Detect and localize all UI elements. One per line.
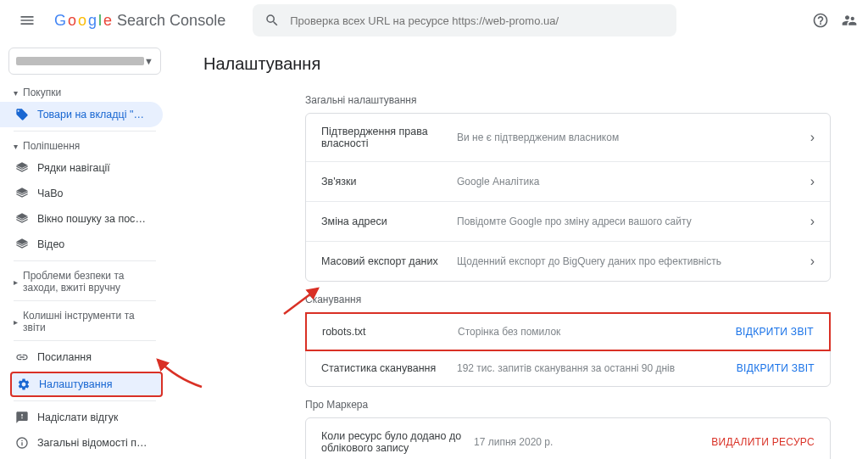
content-column: Загальні налаштування Підтвердження прав…: [305, 94, 831, 459]
section-label-crawling: Сканування: [305, 294, 831, 305]
section-label-marker: Про Маркера: [305, 399, 831, 411]
gear-icon: [17, 378, 31, 391]
row-title: Зміна адреси: [321, 216, 457, 227]
section-security[interactable]: ▸Проблеми безпеки та заходи, вжиті вручн…: [0, 265, 170, 297]
menu-button[interactable]: [10, 3, 44, 37]
row-title: Зв'язки: [321, 176, 457, 188]
logo-suffix: Search Console: [117, 12, 225, 30]
row-title: Підтвердження права власності: [321, 126, 457, 149]
chevron-right-icon: ›: [810, 174, 815, 189]
search-icon: [264, 13, 280, 28]
sidebar-item-label: Рядки навігації: [37, 162, 110, 174]
row-desc: Повідомте Google про зміну адреси вашого…: [457, 216, 810, 227]
section-label-general: Загальні налаштування: [305, 94, 831, 106]
logo: Google Search Console: [54, 12, 225, 30]
sidebar-item-settings[interactable]: Налаштування: [10, 372, 163, 397]
topbar: Google Search Console: [0, 0, 868, 41]
open-report-button[interactable]: ВІДКРИТИ ЗВІТ: [737, 362, 815, 374]
top-actions: [812, 12, 858, 29]
layers-icon: [15, 212, 29, 226]
sidebar-item-label: Налаштування: [39, 378, 112, 390]
search-input[interactable]: [290, 14, 665, 27]
row-associations[interactable]: Зв'язки Google Аналітика ›: [306, 162, 830, 202]
sidebar-item-products[interactable]: Товари на вкладці "Пок...: [0, 102, 163, 127]
chevron-right-icon: ›: [810, 214, 815, 229]
property-selector[interactable]: ▼: [8, 48, 161, 75]
row-ownership[interactable]: Підтвердження права власності Ви не є пі…: [306, 114, 830, 162]
sidebar-item-feedback[interactable]: Надіслати відгук: [0, 405, 163, 430]
section-improvements[interactable]: ▾Поліпшення: [0, 135, 170, 155]
row-title: Статистика сканування: [321, 362, 457, 374]
layers-icon: [15, 161, 29, 175]
caret-icon: ▾: [14, 142, 18, 151]
layers-icon: [15, 238, 29, 251]
sidebar-item-navrows[interactable]: Рядки навігації: [0, 155, 163, 181]
help-icon[interactable]: [812, 12, 829, 29]
row-desc: 17 липня 2020 р.: [474, 436, 711, 448]
divider: [14, 400, 156, 401]
row-desc: 192 тис. запитів сканування за останні 9…: [457, 362, 737, 374]
property-name-redacted: [16, 57, 144, 65]
row-title: Масовий експорт даних: [321, 255, 457, 267]
sidebar-item-label: Посилання: [37, 351, 92, 363]
row-title: Коли ресурс було додано до облікового за…: [321, 430, 474, 454]
chevron-right-icon: ›: [810, 254, 815, 269]
sidebar-item-label: Вікно пошуку за посил...: [37, 213, 149, 225]
search-box[interactable]: [253, 4, 676, 36]
footer-links: Конфіденційність Умови використання: [0, 456, 170, 459]
sidebar-item-faq[interactable]: ЧаВо: [0, 181, 163, 206]
row-address[interactable]: Зміна адреси Повідомте Google про зміну …: [306, 202, 830, 242]
chevron-right-icon: ›: [810, 130, 815, 145]
dropdown-arrow-icon: ▼: [144, 56, 153, 66]
sidebar-item-video[interactable]: Відео: [0, 232, 163, 257]
user-manage-icon[interactable]: [841, 12, 858, 29]
divider: [14, 340, 156, 341]
layers-icon: [15, 187, 29, 200]
divider: [14, 131, 156, 132]
tag-icon: [15, 108, 29, 121]
divider: [14, 300, 156, 301]
sidebar-item-label: Надіслати відгук: [37, 411, 118, 423]
card-crawling: robots.txt Сторінка без помилок ВІДКРИТИ…: [305, 312, 831, 387]
card-general: Підтвердження права власності Ви не є пі…: [305, 113, 831, 282]
link-icon: [15, 350, 29, 364]
sidebar-item-label: Загальні відомості про ...: [37, 437, 149, 449]
section-purchases[interactable]: ▾Покупки: [0, 81, 170, 102]
container: ▼ ▾Покупки Товари на вкладці "Пок... ▾По…: [0, 41, 868, 459]
sidebar-item-about[interactable]: Загальні відомості про ...: [0, 430, 163, 456]
row-desc: Сторінка без помилок: [458, 326, 736, 338]
feedback-icon: [15, 411, 29, 424]
section-oldtools[interactable]: ▸Колишні інструменти та звіти: [0, 305, 170, 337]
row-export[interactable]: Масовий експорт даних Щоденний експорт д…: [306, 242, 830, 281]
sidebar-item-searchwindow[interactable]: Вікно пошуку за посил...: [0, 206, 163, 232]
page-title: Налаштування: [203, 54, 834, 74]
row-desc: Щоденний експорт до BigQuery даних про е…: [457, 255, 810, 267]
row-desc: Google Аналітика: [457, 176, 810, 188]
delete-resource-button[interactable]: ВИДАЛИТИ РЕСУРС: [711, 436, 815, 448]
open-report-button[interactable]: ВІДКРИТИ ЗВІТ: [736, 326, 814, 338]
row-desc: Ви не є підтвердженим власником: [457, 132, 810, 143]
sidebar-item-links[interactable]: Посилання: [0, 344, 163, 370]
caret-icon: ▾: [14, 88, 18, 98]
row-title: robots.txt: [322, 326, 458, 338]
sidebar-item-label: Відео: [37, 238, 64, 250]
info-icon: [15, 436, 29, 450]
main: Налаштування Загальні налаштування Підтв…: [170, 41, 868, 459]
row-crawl-stats[interactable]: Статистика сканування 192 тис. запитів с…: [306, 350, 830, 386]
search-wrap: [253, 4, 802, 36]
caret-icon: ▸: [14, 277, 18, 287]
row-resource-added[interactable]: Коли ресурс було додано до облікового за…: [306, 418, 830, 459]
divider: [14, 260, 156, 261]
sidebar-item-label: Товари на вкладці "Пок...: [37, 109, 149, 120]
card-marker: Коли ресурс було додано до облікового за…: [305, 417, 831, 459]
sidebar: ▼ ▾Покупки Товари на вкладці "Пок... ▾По…: [0, 41, 170, 459]
hamburger-icon: [19, 12, 36, 29]
caret-icon: ▸: [14, 317, 18, 327]
sidebar-item-label: ЧаВо: [37, 188, 64, 199]
row-robots[interactable]: robots.txt Сторінка без помилок ВІДКРИТИ…: [305, 312, 831, 351]
